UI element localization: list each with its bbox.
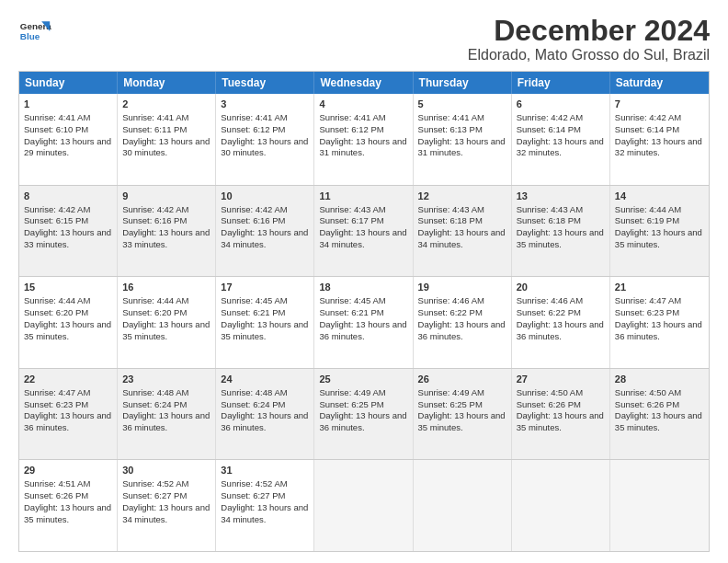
sunset: Sunset: 6:10 PM xyxy=(24,124,88,134)
sunrise: Sunrise: 4:48 AM xyxy=(221,387,287,397)
subtitle: Eldorado, Mato Grosso do Sul, Brazil xyxy=(468,47,710,63)
day-number: 3 xyxy=(221,98,309,111)
sunset: Sunset: 6:26 PM xyxy=(24,490,88,500)
day-number: 12 xyxy=(418,190,506,203)
daylight: Daylight: 13 hours and 30 minutes. xyxy=(122,136,210,158)
daylight: Daylight: 13 hours and 34 minutes. xyxy=(221,227,308,249)
sunset: Sunset: 6:25 PM xyxy=(418,399,483,409)
sunrise: Sunrise: 4:52 AM xyxy=(221,478,287,488)
sunrise: Sunrise: 4:42 AM xyxy=(24,204,90,214)
day-number: 8 xyxy=(24,190,112,203)
calendar-day-header: Wednesday xyxy=(314,72,413,94)
daylight: Daylight: 13 hours and 34 minutes. xyxy=(221,502,308,524)
day-number: 16 xyxy=(122,281,210,294)
sunrise: Sunrise: 4:43 AM xyxy=(418,204,484,214)
sunrise: Sunrise: 4:52 AM xyxy=(122,478,188,488)
header: General Blue General Blue December 2024 … xyxy=(18,15,710,63)
calendar-cell xyxy=(314,460,413,551)
day-number: 1 xyxy=(24,98,112,111)
daylight: Daylight: 13 hours and 36 minutes. xyxy=(319,410,406,432)
sunrise: Sunrise: 4:43 AM xyxy=(517,204,583,214)
calendar-cell: 29Sunrise: 4:51 AMSunset: 6:26 PMDayligh… xyxy=(19,460,118,551)
calendar-day-header: Friday xyxy=(512,72,610,94)
calendar-cell: 19Sunrise: 4:46 AMSunset: 6:22 PMDayligh… xyxy=(414,277,512,368)
calendar-cell: 24Sunrise: 4:48 AMSunset: 6:24 PMDayligh… xyxy=(216,369,314,460)
sunset: Sunset: 6:19 PM xyxy=(615,215,679,225)
calendar-cell: 26Sunrise: 4:49 AMSunset: 6:25 PMDayligh… xyxy=(414,369,512,460)
sunrise: Sunrise: 4:42 AM xyxy=(221,204,287,214)
calendar-cell: 25Sunrise: 4:49 AMSunset: 6:25 PMDayligh… xyxy=(314,369,413,460)
daylight: Daylight: 13 hours and 36 minutes. xyxy=(517,319,604,341)
calendar-cell xyxy=(610,460,709,551)
calendar-cell: 22Sunrise: 4:47 AMSunset: 6:23 PMDayligh… xyxy=(19,369,118,460)
calendar-body: 1Sunrise: 4:41 AMSunset: 6:10 PMDaylight… xyxy=(19,94,709,551)
sunrise: Sunrise: 4:46 AM xyxy=(418,295,484,305)
sunset: Sunset: 6:26 PM xyxy=(517,399,581,409)
sunrise: Sunrise: 4:49 AM xyxy=(319,387,385,397)
day-number: 5 xyxy=(418,98,506,111)
calendar-header: SundayMondayTuesdayWednesdayThursdayFrid… xyxy=(19,72,709,94)
title-block: December 2024 Eldorado, Mato Grosso do S… xyxy=(468,15,710,63)
calendar-cell: 20Sunrise: 4:46 AMSunset: 6:22 PMDayligh… xyxy=(512,277,610,368)
calendar-cell: 1Sunrise: 4:41 AMSunset: 6:10 PMDaylight… xyxy=(19,94,118,185)
sunset: Sunset: 6:17 PM xyxy=(319,215,383,225)
day-number: 18 xyxy=(319,281,407,294)
sunrise: Sunrise: 4:46 AM xyxy=(517,295,583,305)
calendar-cell: 15Sunrise: 4:44 AMSunset: 6:20 PMDayligh… xyxy=(19,277,118,368)
calendar-day-header: Thursday xyxy=(414,72,512,94)
day-number: 13 xyxy=(517,190,605,203)
daylight: Daylight: 13 hours and 36 minutes. xyxy=(24,410,111,432)
day-number: 26 xyxy=(418,373,506,386)
daylight: Daylight: 13 hours and 36 minutes. xyxy=(221,410,308,432)
logo: General Blue General Blue xyxy=(18,15,51,48)
daylight: Daylight: 13 hours and 36 minutes. xyxy=(418,319,506,341)
sunset: Sunset: 6:24 PM xyxy=(122,399,187,409)
sunrise: Sunrise: 4:50 AM xyxy=(615,387,681,397)
daylight: Daylight: 13 hours and 30 minutes. xyxy=(221,136,308,158)
calendar-week: 22Sunrise: 4:47 AMSunset: 6:23 PMDayligh… xyxy=(19,368,709,460)
sunset: Sunset: 6:25 PM xyxy=(319,399,383,409)
sunrise: Sunrise: 4:42 AM xyxy=(122,204,188,214)
sunrise: Sunrise: 4:44 AM xyxy=(122,295,188,305)
daylight: Daylight: 13 hours and 35 minutes. xyxy=(24,319,111,341)
day-number: 23 xyxy=(122,373,210,386)
daylight: Daylight: 13 hours and 33 minutes. xyxy=(122,227,210,249)
sunset: Sunset: 6:22 PM xyxy=(418,307,483,317)
daylight: Daylight: 13 hours and 29 minutes. xyxy=(24,136,111,158)
daylight: Daylight: 13 hours and 31 minutes. xyxy=(418,136,506,158)
main-title: December 2024 xyxy=(468,15,710,47)
daylight: Daylight: 13 hours and 35 minutes. xyxy=(615,227,702,249)
day-number: 6 xyxy=(517,98,605,111)
sunrise: Sunrise: 4:50 AM xyxy=(517,387,583,397)
sunrise: Sunrise: 4:44 AM xyxy=(24,295,90,305)
svg-text:Blue: Blue xyxy=(20,31,40,41)
sunset: Sunset: 6:23 PM xyxy=(24,399,88,409)
calendar-cell: 9Sunrise: 4:42 AMSunset: 6:16 PMDaylight… xyxy=(118,186,216,277)
day-number: 30 xyxy=(122,464,210,477)
calendar-week: 1Sunrise: 4:41 AMSunset: 6:10 PMDaylight… xyxy=(19,94,709,185)
day-number: 24 xyxy=(221,373,309,386)
sunrise: Sunrise: 4:41 AM xyxy=(418,112,484,122)
day-number: 27 xyxy=(517,373,605,386)
day-number: 29 xyxy=(24,464,112,477)
sunrise: Sunrise: 4:41 AM xyxy=(122,112,188,122)
sunrise: Sunrise: 4:45 AM xyxy=(221,295,287,305)
daylight: Daylight: 13 hours and 35 minutes. xyxy=(122,319,210,341)
calendar-cell: 31Sunrise: 4:52 AMSunset: 6:27 PMDayligh… xyxy=(216,460,314,551)
calendar-week: 29Sunrise: 4:51 AMSunset: 6:26 PMDayligh… xyxy=(19,459,709,551)
calendar-cell xyxy=(512,460,610,551)
sunrise: Sunrise: 4:47 AM xyxy=(24,387,90,397)
calendar-day-header: Monday xyxy=(118,72,216,94)
day-number: 4 xyxy=(319,98,407,111)
calendar: SundayMondayTuesdayWednesdayThursdayFrid… xyxy=(18,71,710,552)
daylight: Daylight: 13 hours and 36 minutes. xyxy=(122,410,210,432)
daylight: Daylight: 13 hours and 34 minutes. xyxy=(418,227,506,249)
calendar-cell: 4Sunrise: 4:41 AMSunset: 6:12 PMDaylight… xyxy=(314,94,413,185)
daylight: Daylight: 13 hours and 36 minutes. xyxy=(319,319,406,341)
calendar-cell: 23Sunrise: 4:48 AMSunset: 6:24 PMDayligh… xyxy=(118,369,216,460)
calendar-cell: 17Sunrise: 4:45 AMSunset: 6:21 PMDayligh… xyxy=(216,277,314,368)
day-number: 2 xyxy=(122,98,210,111)
daylight: Daylight: 13 hours and 35 minutes. xyxy=(517,227,604,249)
sunset: Sunset: 6:12 PM xyxy=(221,124,285,134)
calendar-cell: 28Sunrise: 4:50 AMSunset: 6:26 PMDayligh… xyxy=(610,369,709,460)
